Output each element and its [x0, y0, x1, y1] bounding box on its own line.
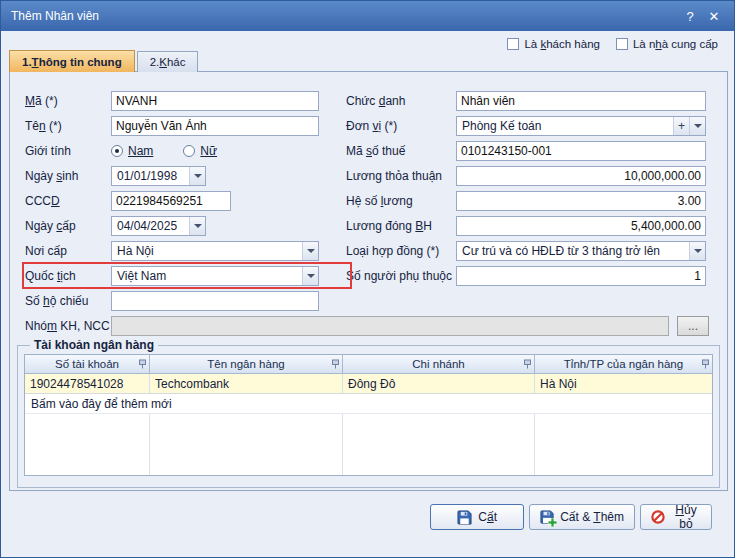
- column-header-bank-province[interactable]: Tỉnh/TP của ngân hàng: [535, 355, 712, 374]
- quoc-tich-combobox[interactable]: Việt Nam: [111, 266, 319, 286]
- luong-thoa-thuan-label: Lương thỏa thuận: [346, 169, 456, 183]
- ten-input[interactable]: [111, 116, 319, 136]
- ma-input[interactable]: [111, 91, 319, 111]
- form-left-column: Mã (*) Tên (*) Giới tính Nam: [10, 88, 337, 313]
- quoc-tich-label: Quốc tịch: [25, 269, 111, 283]
- close-icon[interactable]: ✕: [702, 9, 726, 24]
- gender-option-nu[interactable]: Nữ: [183, 144, 217, 158]
- so-nguoi-phu-thuoc-input[interactable]: [456, 266, 706, 286]
- pin-icon[interactable]: [331, 359, 340, 369]
- nhom-kh-ncc-label: Nhóm KH, NCC: [25, 319, 111, 333]
- field-row-ngay-cap: Ngày cấp 04/04/2025: [25, 213, 337, 238]
- column-header-branch[interactable]: Chi nhánh: [343, 355, 535, 374]
- cell-bank-name[interactable]: Techcombank: [150, 374, 343, 393]
- radio-icon-nam[interactable]: [111, 145, 123, 157]
- field-row-gioi-tinh: Giới tính Nam Nữ: [25, 138, 337, 163]
- form-right-column: Chức danh Đơn vị (*) Phòng Kế toán + Mã …: [337, 88, 727, 313]
- loai-hop-dong-combobox[interactable]: Cư trú và có HĐLĐ từ 3 tháng trở lên: [456, 241, 706, 261]
- save-and-add-button[interactable]: Cất & Thêm: [529, 504, 635, 530]
- so-ho-chieu-input[interactable]: [111, 291, 319, 311]
- don-vi-value: Phòng Kế toán: [457, 119, 673, 133]
- save-button-label: Cất: [478, 510, 497, 524]
- titlebar[interactable]: Thêm Nhân viên ? ✕: [1, 1, 734, 31]
- cell-branch[interactable]: Đông Đô: [343, 374, 535, 393]
- luong-thoa-thuan-input[interactable]: [456, 166, 706, 186]
- ngay-sinh-value: 01/01/1998: [112, 169, 189, 183]
- don-vi-combobox[interactable]: Phòng Kế toán +: [456, 116, 706, 136]
- field-row-chuc-danh: Chức danh: [346, 88, 727, 113]
- luong-dong-bh-label: Lương đóng BH: [346, 219, 456, 233]
- tab-general-info[interactable]: 1. Thông tin chung: [9, 50, 135, 72]
- ngay-cap-datepicker[interactable]: 04/04/2025: [111, 216, 206, 236]
- ngay-sinh-datepicker[interactable]: 01/01/1998: [111, 166, 206, 186]
- chuc-danh-input[interactable]: [456, 91, 706, 111]
- noi-cap-combobox[interactable]: Hà Nội: [111, 241, 319, 261]
- field-row-cccd: CCCD: [25, 188, 337, 213]
- is-customer-checkbox[interactable]: Là khách hàng: [507, 38, 599, 50]
- pin-icon[interactable]: [701, 359, 710, 369]
- cancel-button[interactable]: Hủy bỏ: [640, 504, 712, 530]
- grid-empty-area: [25, 414, 712, 475]
- bank-accounts-title: Tài khoản ngân hàng: [30, 338, 158, 352]
- field-row-he-so-luong: Hệ số lương: [346, 188, 727, 213]
- checkbox-box-supplier[interactable]: [616, 38, 628, 50]
- chevron-down-icon[interactable]: [302, 242, 318, 260]
- pin-icon[interactable]: [523, 359, 532, 369]
- ma-label: Mã (*): [25, 94, 111, 108]
- bank-accounts-group: Tài khoản ngân hàng Số tài khoản Tên ngâ…: [17, 338, 720, 488]
- noi-cap-label: Nơi cấp: [25, 244, 111, 258]
- field-row-luong-thoa-thuan: Lương thỏa thuận: [346, 163, 727, 188]
- quoc-tich-value: Việt Nam: [112, 269, 302, 283]
- field-row-quoc-tich: Quốc tịch Việt Nam: [25, 263, 337, 288]
- ma-so-thue-input[interactable]: [456, 141, 706, 161]
- loai-hop-dong-value: Cư trú và có HĐLĐ từ 3 tháng trở lên: [457, 244, 689, 258]
- so-nguoi-phu-thuoc-label: Số người phụ thuộc: [346, 269, 456, 283]
- tab-strip: 1. Thông tin chung 2. Khác: [9, 50, 198, 72]
- field-row-loai-hop-dong: Loại hợp đồng (*) Cư trú và có HĐLĐ từ 3…: [346, 238, 727, 263]
- save-icon: [457, 510, 472, 525]
- bank-account-row[interactable]: 19024478541028 Techcombank Đông Đô Hà Nộ…: [25, 374, 712, 394]
- gender-option-nam[interactable]: Nam: [111, 144, 153, 158]
- luong-dong-bh-input[interactable]: [456, 216, 706, 236]
- save-and-add-button-label: Cất & Thêm: [560, 510, 624, 524]
- is-supplier-checkbox[interactable]: Là nhà cung cấp: [616, 38, 718, 50]
- pin-icon[interactable]: [138, 359, 147, 369]
- field-row-so-nguoi-phu-thuoc: Số người phụ thuộc: [346, 263, 727, 288]
- chevron-down-icon[interactable]: [689, 242, 705, 260]
- don-vi-label: Đơn vị (*): [346, 119, 456, 133]
- save-button[interactable]: Cất: [430, 504, 524, 530]
- column-header-account-number[interactable]: Số tài khoản: [25, 355, 150, 374]
- add-unit-icon[interactable]: +: [673, 117, 689, 135]
- he-so-luong-input[interactable]: [456, 191, 706, 211]
- is-customer-label: Là khách hàng: [524, 38, 599, 50]
- cancel-icon: [651, 510, 665, 524]
- window-title: Thêm Nhân viên: [11, 9, 678, 23]
- chevron-down-icon[interactable]: [689, 117, 705, 135]
- cccd-input[interactable]: [111, 191, 231, 211]
- help-icon[interactable]: ?: [678, 9, 702, 24]
- ten-label: Tên (*): [25, 119, 111, 133]
- add-bank-account-row[interactable]: Bấm vào đây để thêm mới: [25, 394, 712, 414]
- checkbox-box-customer[interactable]: [507, 38, 519, 50]
- chevron-down-icon[interactable]: [189, 167, 205, 185]
- cell-account-number[interactable]: 19024478541028: [25, 374, 150, 393]
- column-header-bank-name[interactable]: Tên ngân hàng: [150, 355, 343, 374]
- entity-type-checkboxes: Là khách hàng Là nhà cung cấp: [507, 38, 718, 50]
- tab-other[interactable]: 2. Khác: [137, 51, 199, 72]
- nu-label: Nữ: [200, 144, 217, 158]
- cell-bank-province[interactable]: Hà Nội: [535, 374, 712, 393]
- field-row-nhom-kh-ncc: Nhóm KH, NCC ...: [10, 313, 727, 338]
- radio-icon-nu[interactable]: [183, 145, 195, 157]
- general-info-panel: Mã (*) Tên (*) Giới tính Nam: [9, 71, 728, 491]
- cancel-button-label: Hủy bỏ: [671, 503, 701, 531]
- save-and-add-icon: [540, 510, 554, 524]
- add-employee-dialog: Thêm Nhân viên ? ✕ Là khách hàng Là nhà …: [0, 0, 735, 558]
- plus-icon: [548, 518, 557, 527]
- table-header-row: Số tài khoản Tên ngân hàng Chi nhánh Tỉn…: [25, 355, 712, 374]
- chevron-down-icon[interactable]: [189, 217, 205, 235]
- nhom-kh-ncc-input: [111, 316, 669, 336]
- so-ho-chieu-label: Số hộ chiếu: [25, 294, 111, 308]
- chevron-down-icon[interactable]: [302, 267, 318, 285]
- browse-groups-button[interactable]: ...: [677, 316, 709, 336]
- footer-buttons: Cất Cất & Thêm Hủy bỏ: [430, 504, 712, 530]
